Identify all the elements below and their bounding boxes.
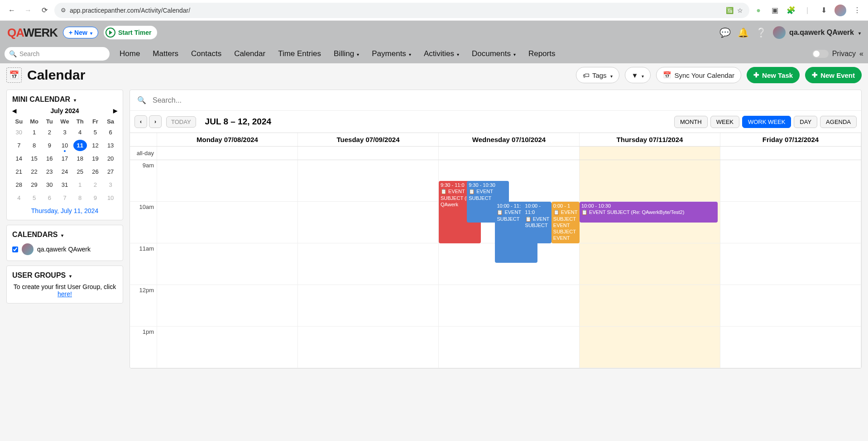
view-tab-week[interactable]: WEEK [710,116,739,128]
mini-day[interactable]: 27 [104,166,117,177]
mini-day[interactable]: 8 [73,192,87,204]
mini-day[interactable]: 23 [43,166,56,177]
today-button[interactable]: TODAY [166,116,196,128]
time-cell[interactable] [720,285,861,326]
address-bar[interactable]: ⚙ app.practicepanther.com/Activity/Calen… [54,3,749,18]
time-cell[interactable] [157,202,298,243]
time-cell[interactable] [580,160,720,201]
calendar-item[interactable]: qa.qawerk QAwerk [12,243,117,255]
calendar-event[interactable]: 10:00 - 10:30📋 EVENT SUBJECT (Re: QAwerk… [580,202,718,223]
extension-icon-1[interactable]: ● [753,5,764,16]
time-cell[interactable] [439,285,580,326]
time-cell[interactable] [720,202,861,243]
mini-day[interactable]: 11 [73,140,87,151]
bookmark-icon[interactable]: ☆ [737,7,743,14]
mini-day[interactable]: 3 [104,179,117,190]
profile-avatar[interactable] [834,5,846,16]
nav-link-activities[interactable]: Activities [424,49,459,58]
reload-button[interactable]: ⟳ [38,4,51,17]
time-cell[interactable] [720,327,861,368]
prev-week-button[interactable]: ‹ [134,115,147,128]
mini-day[interactable]: 20 [104,153,117,164]
time-cell[interactable] [298,285,439,326]
allday-cell[interactable] [439,147,580,160]
new-event-button[interactable]: ✚New Event [805,67,862,83]
user-groups-header[interactable]: USER GROUPS [12,271,117,280]
mini-day[interactable]: 8 [28,140,41,151]
mini-day[interactable]: 3 [58,127,72,138]
nav-link-payments[interactable]: Payments [372,49,411,58]
nav-link-reports[interactable]: Reports [528,49,556,58]
collapse-icon[interactable]: « [859,50,863,58]
mini-day[interactable]: 9 [89,192,102,204]
calendar-checkbox[interactable] [12,247,18,252]
mini-calendar-header[interactable]: MINI CALENDAR [12,95,117,104]
mini-day[interactable]: 9 [43,140,56,151]
mini-day[interactable]: 25 [73,166,87,177]
view-tab-agenda[interactable]: AGENDA [820,116,857,128]
mini-day[interactable]: 24 [58,166,72,177]
mini-day[interactable]: 29 [28,179,41,190]
calendars-header[interactable]: CALENDARS [12,231,117,239]
calendar-event[interactable]: 0:00 - 1📋 EVENT SUBJECT EVENT SUBJECT EV… [551,202,580,243]
next-week-button[interactable]: › [149,115,162,128]
time-cell[interactable] [298,327,439,368]
site-info-icon[interactable]: ⚙ [61,7,66,14]
mini-day[interactable]: 1 [28,127,41,138]
mini-day[interactable]: 31 [58,179,72,190]
mini-day[interactable]: 2 [89,179,102,190]
mini-prev[interactable]: ◀ [12,108,16,114]
mini-day[interactable]: 18 [73,153,87,164]
mini-day[interactable]: 7 [12,140,26,151]
mini-day[interactable]: 6 [104,127,117,138]
mini-day[interactable]: 15 [28,153,41,164]
mini-day[interactable]: 6 [43,192,56,204]
time-cell[interactable] [298,243,439,285]
mini-day[interactable]: 10 [104,192,117,204]
calendar-search-input[interactable] [153,96,854,104]
nav-link-time-entries[interactable]: Time Entries [278,49,321,58]
mini-day[interactable]: 10 [58,140,72,151]
help-icon[interactable]: ❔ [755,26,767,39]
mini-day[interactable]: 26 [89,166,102,177]
mini-day[interactable]: 7 [58,192,72,204]
toggle-switch[interactable] [812,50,829,58]
view-tab-month[interactable]: MONTH [674,116,708,128]
time-cell[interactable] [720,243,861,285]
mini-day[interactable]: 17 [58,153,72,164]
mini-day[interactable]: 22 [28,166,41,177]
allday-cell[interactable] [720,147,861,160]
time-cell[interactable] [720,160,861,201]
new-task-button[interactable]: ✚New Task [747,67,800,83]
mini-day[interactable]: 16 [43,153,56,164]
download-icon[interactable]: ⬇ [818,5,829,16]
nav-link-home[interactable]: Home [120,49,140,58]
back-button[interactable]: ← [5,4,18,17]
extension-icon-2[interactable]: ▣ [769,5,780,16]
mini-day[interactable]: 21 [12,166,26,177]
mini-day[interactable]: 1 [73,179,87,190]
allday-cell[interactable] [580,147,720,160]
nav-link-billing[interactable]: Billing [334,49,359,58]
mini-next[interactable]: ▶ [113,108,117,114]
mini-day[interactable]: 2 [43,127,56,138]
time-cell[interactable] [580,285,720,326]
user-menu[interactable]: qa.qawerk QAwerk [773,26,861,39]
forward-button[interactable]: → [22,4,34,17]
time-cell[interactable] [580,327,720,368]
mini-day[interactable]: 5 [89,127,102,138]
messages-icon[interactable]: 💬 [719,26,731,39]
view-tab-work-week[interactable]: WORK WEEK [742,116,791,128]
notifications-icon[interactable]: 🔔 [737,26,749,39]
mini-day[interactable]: 12 [89,140,102,151]
time-cell[interactable] [298,160,439,201]
mini-day[interactable]: 30 [12,127,26,138]
translate-icon[interactable]: 🈯 [726,7,734,14]
nav-link-documents[interactable]: Documents [472,49,516,58]
allday-cell[interactable] [298,147,439,160]
global-search[interactable]: 🔍 Search [5,47,110,61]
nav-link-contacts[interactable]: Contacts [191,49,221,58]
mini-day[interactable]: 19 [89,153,102,164]
mini-day[interactable]: 4 [12,192,26,204]
sync-calendar-button[interactable]: 📅Sync Your Calendar [656,67,741,83]
